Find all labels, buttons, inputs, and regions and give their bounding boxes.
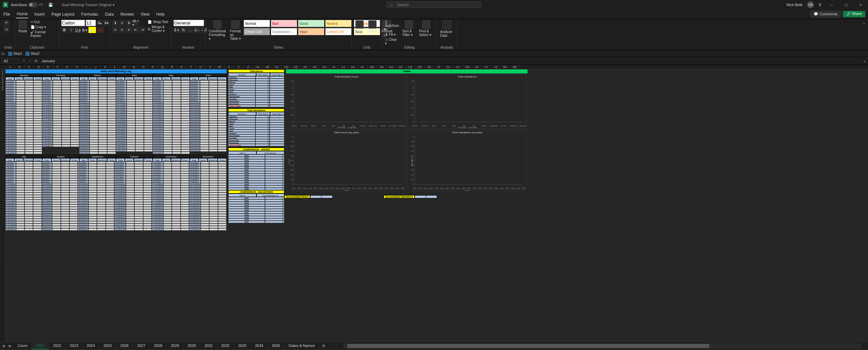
log-cell[interactable] (163, 221, 172, 223)
log-cell[interactable]: 4/26/2021 (116, 140, 127, 142)
paste-button[interactable]: Paste (17, 20, 29, 34)
log-cell[interactable]: 1/4/2021 (5, 87, 16, 90)
log-cell[interactable] (107, 118, 116, 121)
log-cell[interactable] (163, 95, 172, 97)
log-cell[interactable] (200, 116, 209, 118)
log-cell[interactable] (61, 183, 69, 185)
log-cell[interactable] (53, 83, 62, 85)
log-cell[interactable]: 12/22/2021 (189, 212, 201, 214)
log-cell[interactable] (16, 226, 24, 228)
log-cell[interactable] (134, 169, 143, 171)
log-cell[interactable]: 2/19/2021 (42, 123, 53, 126)
comp-row-2026[interactable]: 20260 (228, 209, 284, 211)
log-cell[interactable] (172, 109, 181, 111)
log-cell[interactable] (209, 137, 218, 140)
log-cell[interactable] (69, 169, 78, 171)
log-cell[interactable] (61, 164, 69, 166)
log-cell[interactable] (144, 80, 153, 83)
log-cell[interactable]: 8/12/2021 (42, 188, 52, 190)
log-cell[interactable] (135, 83, 144, 85)
log-cell[interactable]: 10/23/2021 (114, 214, 126, 216)
log-cell[interactable] (25, 109, 34, 111)
log-cell[interactable]: 12/25/2021 (189, 219, 201, 221)
log-cell[interactable] (144, 90, 153, 92)
log-cell[interactable] (88, 183, 97, 185)
log-cell[interactable] (200, 99, 209, 102)
log-cell[interactable] (209, 111, 218, 114)
log-cell[interactable] (69, 195, 78, 197)
log-cell[interactable] (201, 223, 209, 226)
log-cell[interactable] (53, 140, 62, 142)
log-cell[interactable]: 11/3/2021 (152, 166, 163, 169)
log-cell[interactable]: 1/25/2021 (5, 137, 16, 140)
total-row-November[interactable]: November0 (228, 139, 284, 141)
log-cell[interactable] (163, 145, 172, 147)
row-header-77[interactable] (0, 250, 5, 253)
row-header-73[interactable] (0, 241, 5, 243)
log-cell[interactable] (127, 149, 135, 152)
log-cell[interactable] (33, 164, 41, 166)
log-cell[interactable] (88, 214, 97, 216)
log-cell[interactable] (163, 181, 172, 183)
log-cell[interactable] (52, 204, 61, 207)
log-cell[interactable] (209, 202, 218, 204)
log-cell[interactable] (172, 183, 180, 185)
log-cell[interactable] (16, 197, 24, 200)
log-cell[interactable] (218, 166, 227, 169)
log-cell[interactable] (134, 226, 143, 228)
log-cell[interactable] (209, 135, 218, 137)
tab-page-layout[interactable]: Page Layout (51, 11, 75, 18)
log-cell[interactable] (61, 185, 69, 188)
log-cell[interactable] (209, 169, 218, 171)
log-cell[interactable] (135, 145, 144, 147)
log-cell[interactable] (135, 85, 144, 87)
log-cell[interactable] (106, 166, 114, 169)
col-header-AI[interactable]: AI (329, 65, 339, 69)
log-cell[interactable] (143, 183, 152, 185)
log-cell[interactable] (127, 102, 135, 104)
row-header-4[interactable]: 4 (0, 77, 5, 79)
log-cell[interactable]: 2/22/2021 (42, 130, 53, 133)
log-cell[interactable]: 11/27/2021 (152, 223, 163, 226)
log-cell[interactable] (200, 121, 209, 123)
log-cell[interactable]: 2/9/2021 (42, 99, 53, 102)
log-cell[interactable] (209, 87, 218, 90)
log-cell[interactable] (181, 221, 189, 223)
log-cell[interactable] (127, 126, 135, 128)
log-cell[interactable] (53, 104, 62, 106)
style-normal[interactable]: Normal (244, 20, 270, 27)
log-cell[interactable] (181, 166, 189, 169)
log-cell[interactable]: 5/8/2021 (153, 97, 163, 99)
log-cell[interactable]: 11/25/2021 (152, 219, 163, 221)
log-cell[interactable] (53, 102, 62, 104)
log-cell[interactable] (218, 95, 227, 97)
log-cell[interactable] (16, 80, 25, 83)
col-header-J[interactable]: J (91, 65, 101, 69)
log-cell[interactable] (53, 130, 62, 133)
log-cell[interactable]: 6/28/2021 (190, 145, 200, 147)
log-cell[interactable] (134, 197, 143, 200)
log-cell[interactable]: 8/15/2021 (42, 195, 52, 197)
log-cell[interactable] (70, 106, 79, 109)
log-cell[interactable] (181, 228, 189, 231)
log-cell[interactable] (53, 106, 62, 109)
col-header-AZ[interactable]: AZ (491, 65, 501, 69)
log-cell[interactable] (181, 114, 190, 116)
log-cell[interactable] (218, 133, 227, 135)
log-cell[interactable] (209, 114, 218, 116)
log-cell[interactable]: 1/28/2021 (5, 145, 16, 147)
log-cell[interactable] (218, 223, 227, 226)
log-cell[interactable] (24, 166, 33, 169)
log-cell[interactable] (181, 90, 190, 92)
log-cell[interactable] (127, 140, 135, 142)
log-cell[interactable] (33, 202, 41, 204)
log-cell[interactable] (209, 80, 218, 83)
log-cell[interactable]: 6/12/2021 (190, 106, 200, 109)
log-cell[interactable] (97, 188, 105, 190)
log-cell[interactable] (16, 130, 25, 133)
log-cell[interactable]: 1/7/2021 (5, 95, 16, 97)
log-cell[interactable] (209, 130, 218, 133)
log-cell[interactable] (16, 171, 24, 173)
row-header-76[interactable] (0, 248, 5, 250)
log-cell[interactable] (218, 102, 227, 104)
